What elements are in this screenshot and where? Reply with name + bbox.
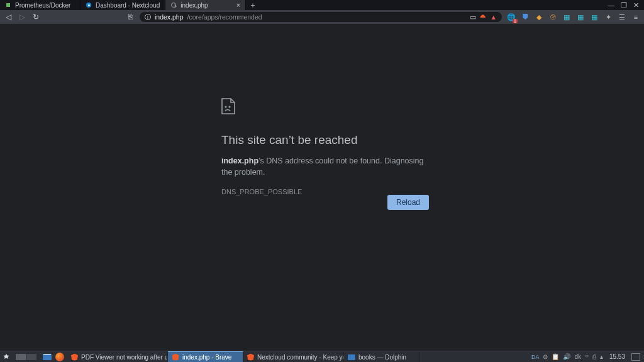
tray-printer-icon[interactable]: ⎙ <box>592 353 596 360</box>
error-host: index.php <box>221 156 258 165</box>
url-path: /core/apps/recommended <box>187 13 262 21</box>
tab-prometheus[interactable]: Prometheus/Docker <box>0 0 80 10</box>
task-pdf-viewer[interactable]: PDF Viewer not working after upgr… <box>67 351 168 362</box>
task-label: index.php - Brave <box>182 354 231 361</box>
window-maximize-icon[interactable]: ❐ <box>621 1 627 9</box>
tray-clock[interactable]: 15.53 <box>607 353 628 360</box>
tray-clipboard-icon[interactable]: 📋 <box>552 353 559 360</box>
browser-menu-icon[interactable]: ≡ <box>631 13 640 21</box>
ext-translate-icon[interactable]: 🌐 <box>507 13 516 21</box>
tray-expand-icon[interactable]: ▴ <box>600 353 603 360</box>
bookmark-side-icon[interactable]: ⎘ <box>126 13 135 21</box>
svg-point-0 <box>225 106 226 107</box>
favicon-green-square-icon <box>5 2 11 8</box>
brave-rewards-icon[interactable]: ▲ <box>491 13 497 21</box>
error-message: index.php’s DNS address could not be fou… <box>221 156 429 178</box>
brave-icon <box>71 353 78 361</box>
nav-reload-button[interactable]: ↻ <box>31 13 40 21</box>
ext-tabs2-icon[interactable]: ▦ <box>576 13 585 21</box>
task-nextcloud-community[interactable]: Nextcloud community - Keep your … <box>243 351 344 362</box>
quick-launchers <box>40 353 67 361</box>
brave-shield-icon[interactable]: ⯊ <box>480 13 487 21</box>
tab-nextcloud-dashboard[interactable]: Dashboard - Nextcloud <box>80 0 165 10</box>
launcher-firefox-icon[interactable] <box>55 353 65 361</box>
pip-icon[interactable]: ▭ <box>470 13 476 21</box>
launcher-files-icon[interactable] <box>42 353 52 361</box>
tab-close-icon[interactable]: × <box>236 1 240 9</box>
task-label: Nextcloud community - Keep your … <box>257 354 344 361</box>
favicon-nextcloud-icon <box>86 2 92 8</box>
pager-desktop-2[interactable] <box>26 354 36 360</box>
desktop-taskbar: PDF Viewer not working after upgr… index… <box>0 351 644 362</box>
brave-icon <box>247 353 254 361</box>
window-minimize-icon[interactable]: — <box>608 1 614 9</box>
pager-desktop-1[interactable] <box>16 354 26 360</box>
error-title: This site can’t be reached <box>221 133 429 147</box>
task-list: PDF Viewer not working after upgr… index… <box>67 351 528 362</box>
error-interstitial: This site can’t be reached index.php’s D… <box>221 98 429 195</box>
window-close-icon[interactable]: ✕ <box>633 1 639 9</box>
address-bar: ◁ ▷ ↻ ⎘ i index.php/core/apps/recommende… <box>0 10 644 24</box>
brave-icon <box>172 353 179 361</box>
task-label: books — Dolphin <box>358 354 406 361</box>
tab-label: index.php <box>180 2 208 9</box>
start-menu-button[interactable] <box>0 353 13 361</box>
browser-tab-strip: Prometheus/Docker Dashboard - Nextcloud … <box>0 0 644 10</box>
task-label: PDF Viewer not working after upgr… <box>81 354 168 361</box>
tray-volume-icon[interactable]: 🔊 <box>563 353 570 360</box>
extensions-area: 🌐 ⛊ ◆ ⧁ ▦ ▦ ▦ ✦ ☰ ≡ <box>507 13 640 21</box>
virtual-desktop-pager[interactable] <box>14 353 38 361</box>
tab-label: Dashboard - Nextcloud <box>96 2 160 9</box>
new-tab-button[interactable]: ＋ <box>246 0 260 10</box>
show-desktop-button[interactable] <box>631 353 640 361</box>
tray-input-lang[interactable]: DA <box>531 354 540 360</box>
task-dolphin-books[interactable]: books — Dolphin <box>344 351 419 362</box>
folder-icon <box>348 353 355 361</box>
tray-ac-icon[interactable]: ⊚ <box>543 353 548 360</box>
url-domain: index.php <box>155 13 184 21</box>
tab-index-php[interactable]: index.php × <box>165 0 246 10</box>
favicon-globe-icon <box>170 2 177 8</box>
url-right-icons: ▭ ⯊ ▲ <box>470 13 497 21</box>
page-content: This site can’t be reached index.php’s D… <box>0 24 644 351</box>
plus-icon: ＋ <box>249 0 257 11</box>
nav-forward-button[interactable]: ▷ <box>18 13 26 21</box>
extensions-puzzle-icon[interactable]: ✦ <box>604 13 613 21</box>
tray-network-icon[interactable]: ⌔ <box>585 353 589 360</box>
task-index-php[interactable]: index.php - Brave <box>168 351 243 362</box>
ext-vscode-icon[interactable]: ⧁ <box>548 13 557 21</box>
url-box[interactable]: i index.php/core/apps/recommended ▭ ⯊ ▲ <box>140 12 502 22</box>
site-info-icon[interactable]: i <box>145 14 151 20</box>
system-tray: DA ⊚ 📋 🔊 dk ⌔ ⎙ ▴ 15.53 <box>528 351 644 362</box>
ext-tabs3-icon[interactable]: ▦ <box>590 13 599 21</box>
ext-tabs1-icon[interactable]: ▦ <box>562 13 571 21</box>
sad-page-icon <box>221 98 429 117</box>
svg-point-1 <box>229 106 230 107</box>
tray-keyboard-layout[interactable]: dk <box>574 353 581 360</box>
ext-bitwarden-icon[interactable]: ⛊ <box>521 13 530 21</box>
tab-label: Prometheus/Docker <box>15 2 70 9</box>
reading-list-icon[interactable]: ☰ <box>618 13 626 21</box>
window-controls: — ❐ ✕ <box>602 0 644 10</box>
ext-wallet-icon[interactable]: ◆ <box>535 13 543 21</box>
reload-button[interactable]: Reload <box>387 195 429 210</box>
nav-back-button[interactable]: ◁ <box>4 13 13 21</box>
